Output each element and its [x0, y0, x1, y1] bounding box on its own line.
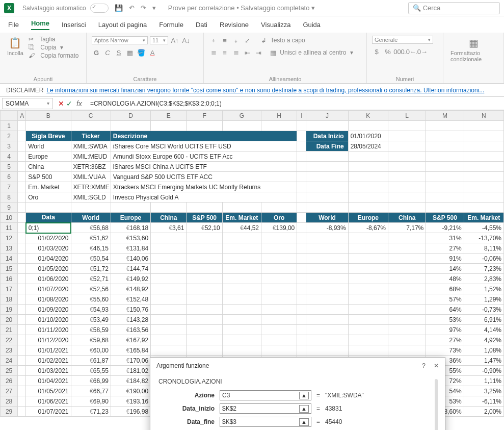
cell[interactable]: 27% [426, 243, 464, 254]
align-bottom-icon[interactable]: ⍖ [231, 36, 241, 45]
cell[interactable] [261, 305, 297, 315]
range-picker-icon[interactable]: ▲ [299, 405, 309, 413]
conditional-formatting-button[interactable]: ▦Formattazio condizionale [448, 36, 498, 63]
cell[interactable] [297, 192, 306, 203]
row-header[interactable]: 17 [1, 284, 18, 294]
cell[interactable]: -13,70% [464, 233, 503, 243]
cell[interactable] [388, 315, 426, 325]
paste-button[interactable]: 📋Incolla [5, 36, 25, 57]
cell[interactable]: China [26, 162, 71, 172]
cell[interactable] [151, 315, 187, 325]
cell[interactable]: €66,99 [71, 376, 111, 386]
col-header-M[interactable]: M [426, 111, 464, 121]
align-middle-icon[interactable]: ≡ [220, 36, 229, 45]
cell[interactable]: S&P 500 [26, 172, 71, 182]
cell[interactable] [464, 121, 503, 131]
cell[interactable] [151, 243, 187, 254]
cell[interactable]: -0,90% [464, 366, 503, 376]
align-center-icon[interactable]: ≡ [220, 48, 229, 57]
cell[interactable] [464, 131, 503, 141]
row-header[interactable]: 15 [1, 264, 18, 274]
undo-icon[interactable]: ↶ [129, 4, 135, 12]
row-header[interactable]: 28 [1, 396, 18, 407]
cell[interactable] [18, 284, 26, 294]
val-data-inizio[interactable]: 01/01/2020 [348, 131, 388, 141]
dec-dec-icon[interactable]: .0→ [417, 47, 426, 56]
menu-layout[interactable]: Layout di pagina [98, 21, 147, 29]
cell[interactable]: €65,55 [71, 366, 111, 376]
cell[interactable] [187, 203, 222, 213]
file-name[interactable]: Prove per correlazione • Salvataggio com… [168, 4, 315, 12]
format-painter-button[interactable]: 🖌 Copia formato [29, 52, 79, 59]
cell[interactable] [297, 172, 306, 182]
cell[interactable] [18, 203, 26, 213]
cell[interactable] [222, 233, 261, 243]
cell[interactable] [18, 264, 26, 274]
cell[interactable] [18, 141, 26, 151]
cell[interactable] [348, 335, 388, 345]
cell[interactable]: Vanguard S&P 500 UCITS ETF ACC [111, 172, 297, 182]
cell[interactable] [348, 192, 388, 203]
orientation-icon[interactable]: ⤢ [243, 36, 252, 45]
cell[interactable]: 1,11% [464, 376, 503, 386]
cell[interactable] [297, 131, 306, 141]
menu-view[interactable]: Visualizza [261, 21, 290, 29]
cell[interactable] [222, 284, 261, 294]
cell[interactable]: €190,00 [111, 386, 150, 396]
cell[interactable] [297, 315, 306, 325]
cell[interactable] [297, 284, 306, 294]
cell[interactable] [348, 151, 388, 162]
merge-icon[interactable]: ▦ [269, 48, 278, 57]
cell[interactable]: XETR:XMME [71, 182, 111, 192]
cell[interactable] [187, 325, 222, 335]
cell[interactable] [388, 345, 426, 356]
data-col-12[interactable]: Em. Market [464, 213, 503, 223]
field-input-0[interactable]: C3▲ [220, 390, 311, 400]
qat-dropdown-icon[interactable]: ▾ [152, 4, 156, 12]
cell[interactable] [388, 203, 426, 213]
cell[interactable] [306, 233, 348, 243]
cell[interactable]: €163,56 [111, 325, 150, 335]
italic-icon[interactable]: C [103, 48, 112, 57]
currency-icon[interactable]: $ [372, 47, 381, 56]
cell[interactable]: €51,72 [71, 264, 111, 274]
cell[interactable] [18, 151, 26, 162]
font-color-icon[interactable]: A [148, 48, 157, 57]
cell[interactable]: 57% [426, 294, 464, 305]
cell[interactable] [306, 305, 348, 315]
cell[interactable] [187, 121, 222, 131]
col-header-I[interactable]: I [297, 111, 306, 121]
cell[interactable] [261, 315, 297, 325]
col-header-L[interactable]: L [388, 111, 426, 121]
dialog-help-icon[interactable]: ? [422, 362, 426, 369]
row-header[interactable]: 6 [1, 172, 18, 182]
cell[interactable]: €52,71 [71, 274, 111, 284]
cell[interactable] [151, 254, 187, 264]
row-header[interactable]: 26 [1, 376, 18, 386]
menu-review[interactable]: Revisione [220, 21, 249, 29]
cell[interactable]: Oro [26, 192, 71, 203]
cell[interactable] [151, 325, 187, 335]
hdr-data-fine[interactable]: Data Fine [306, 141, 348, 151]
row-header[interactable]: 20 [1, 315, 18, 325]
col-header-K[interactable]: K [348, 111, 388, 121]
cell[interactable]: 64% [426, 305, 464, 315]
cell[interactable] [26, 121, 71, 131]
data-col-7[interactable] [297, 213, 306, 223]
row-header[interactable]: 19 [1, 305, 18, 315]
cell[interactable] [306, 284, 348, 294]
cell[interactable]: 01/04/2021 [26, 376, 71, 386]
cell[interactable]: XMIL:SGLD [71, 192, 111, 203]
cell[interactable] [222, 274, 261, 284]
cell[interactable] [306, 264, 348, 274]
cell[interactable] [187, 305, 222, 315]
cell[interactable]: iShares MSCI China A UCITS ETF [111, 162, 297, 172]
cell[interactable]: 01/03/2020 [26, 243, 71, 254]
cell[interactable]: €50,54 [71, 254, 111, 264]
cell[interactable]: 48% [426, 274, 464, 284]
col-header-A[interactable]: A [18, 111, 26, 121]
copy-button[interactable]: ⿻ Copia ▾ [29, 44, 79, 51]
cell[interactable] [151, 305, 187, 315]
cell[interactable] [261, 294, 297, 305]
cell[interactable] [348, 345, 388, 356]
